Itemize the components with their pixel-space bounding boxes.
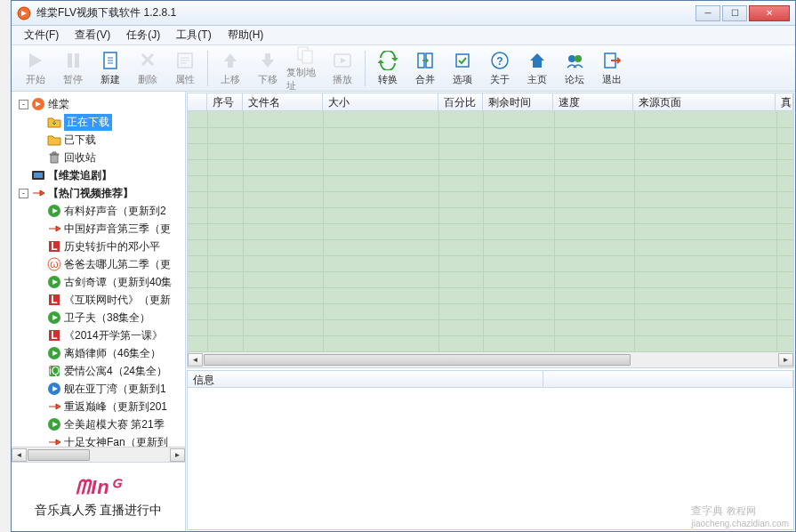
playmedia-icon [332, 50, 353, 71]
svg-text:L: L [51, 240, 57, 253]
tree-label: 十足女神Fan（更新到 [64, 435, 168, 447]
toolbar-playmedia-button: 播放 [324, 47, 361, 90]
column-header[interactable]: 来源页面 [633, 93, 776, 110]
tree-label: 《2014开学第一课》 [64, 328, 163, 343]
toolbar-label: 开始 [26, 73, 45, 86]
toolbar-label: 关于 [490, 73, 510, 86]
body-area: -维棠正在下载已下载回收站【维棠追剧】-【热门视频推荐】有料好声音（更新到2中国… [12, 92, 795, 531]
download-list: 序号文件名大小百分比剩余时间速度来源页面真 ◄ ► [187, 93, 794, 368]
toolbar-convert-button[interactable]: 转换 [369, 47, 406, 90]
tree-label: 【热门视频推荐】 [48, 186, 133, 201]
tree-item[interactable]: iQ爱情公寓4（24集全） [12, 362, 185, 380]
toolbar-label: 复制地址 [286, 66, 324, 93]
tree-label: 爱情公寓4（24集全） [64, 364, 167, 379]
grid-header[interactable]: 序号文件名大小百分比剩余时间速度来源页面真 [188, 93, 793, 111]
tree-label: 回收站 [64, 150, 96, 165]
tree-view[interactable]: -维棠正在下载已下载回收站【维棠追剧】-【热门视频推荐】有料好声音（更新到2中国… [12, 92, 185, 447]
toolbar-about-button[interactable]: ?关于 [481, 47, 519, 90]
column-header[interactable]: 文件名 [243, 93, 323, 110]
menubar: 文件(F)查看(V)任务(J)工具(T)帮助(H) [12, 26, 795, 45]
tree-item[interactable]: 卫子夫（38集全） [12, 309, 185, 326]
toolbar-forum-button[interactable]: 论坛 [556, 47, 593, 90]
tree-item[interactable]: 有料好声音（更新到2 [12, 202, 185, 220]
column-header[interactable]: 百分比 [438, 93, 483, 110]
tree-item[interactable]: 【维棠追剧】 [12, 166, 185, 184]
tree-item[interactable]: L历史转折中的邓小平 [12, 238, 185, 255]
minimize-button[interactable]: ─ [695, 5, 720, 21]
column-header[interactable]: 速度 [553, 93, 633, 110]
ad-text: 音乐真人秀 直播进行中 [35, 503, 163, 519]
column-header[interactable]: 剩余时间 [483, 93, 554, 110]
tree-toggle[interactable]: - [19, 100, 28, 109]
toolbar-new-button[interactable]: 新建 [92, 47, 129, 90]
iqiyi-icon: iQ [47, 364, 61, 378]
ad-panel[interactable]: ᗰInᴳ 音乐真人秀 直播进行中 [12, 462, 185, 531]
svg-text:ω: ω [50, 258, 58, 270]
tree-item[interactable]: 回收站 [12, 149, 185, 166]
tree-label: 中国好声音第三季（更 [64, 222, 171, 237]
home-icon [527, 50, 548, 71]
tree-item[interactable]: 中国好声音第三季（更 [12, 220, 185, 238]
titlebar[interactable]: 维棠FLV视频下载软件 1.2.8.1 ─ ☐ ✕ [12, 1, 795, 26]
tree-item[interactable]: 已下载 [12, 131, 185, 149]
scroll-track[interactable] [203, 353, 778, 367]
tree-label: 卫子夫（38集全） [64, 310, 150, 326]
toolbar-merge-button[interactable]: 合并 [406, 47, 444, 90]
tree-item[interactable]: ω爸爸去哪儿第二季（更 [12, 255, 185, 273]
column-header[interactable]: 序号 [207, 93, 243, 110]
tree-item[interactable]: 正在下载 [12, 113, 185, 131]
toolbar-home-button[interactable]: 主页 [519, 47, 556, 90]
tree-item[interactable]: -维棠 [12, 95, 185, 113]
menu-item[interactable]: 工具(T) [169, 26, 218, 44]
tree-label: 爸爸去哪儿第二季（更 [64, 257, 171, 272]
tree-toggle[interactable]: - [19, 189, 28, 198]
scroll-left-button[interactable]: ◄ [12, 448, 27, 462]
tree-hscrollbar[interactable]: ◄ ► [12, 447, 185, 462]
new-icon [100, 50, 121, 71]
red-l-icon: L [47, 239, 61, 254]
info-header-spacer [543, 371, 793, 387]
tree-item[interactable]: 十足女神Fan（更新到 [12, 433, 185, 447]
toolbar-options-button[interactable]: 选项 [444, 47, 481, 90]
scroll-track[interactable] [27, 448, 170, 462]
props-icon [174, 50, 196, 71]
column-header[interactable]: 大小 [323, 93, 438, 110]
scroll-right-button[interactable]: ► [170, 448, 185, 462]
arrow-icon [31, 186, 45, 200]
tree-item[interactable]: 重返巅峰（更新到201 [12, 398, 185, 415]
scroll-thumb[interactable] [28, 449, 90, 461]
toolbar-label: 属性 [175, 73, 195, 86]
toolbar-exit-button[interactable]: 退出 [593, 47, 631, 90]
tree-item[interactable]: 全美超模大赛 第21季 [12, 415, 185, 433]
scroll-thumb[interactable] [204, 354, 631, 366]
app-window: 维棠FLV视频下载软件 1.2.8.1 ─ ☐ ✕ 文件(F)查看(V)任务(J… [11, 0, 796, 532]
tree-item[interactable]: L《2014开学第一课》 [12, 326, 185, 344]
grid-body[interactable] [188, 111, 793, 352]
tree-item[interactable]: 离婚律师（46集全） [12, 344, 185, 362]
scroll-right-button[interactable]: ► [778, 353, 793, 367]
close-button[interactable]: ✕ [749, 5, 790, 21]
toolbar-props-button: 属性 [166, 47, 204, 90]
tree-item[interactable]: 古剑奇谭（更新到40集 [12, 273, 185, 291]
tree-label: 全美超模大赛 第21季 [64, 417, 165, 432]
options-icon [452, 50, 473, 71]
toolbar: 开始暂停新建删除属性上移下移复制地址播放转换合并选项?关于主页论坛退出 [12, 45, 795, 92]
menu-item[interactable]: 帮助(H) [221, 26, 271, 44]
toolbar-label: 主页 [527, 73, 547, 86]
tree-item[interactable]: 舰在亚丁湾（更新到1 [12, 380, 185, 398]
menu-item[interactable]: 文件(F) [17, 26, 66, 44]
toolbar-play-button: 开始 [17, 47, 54, 90]
column-header[interactable]: 真 [776, 93, 793, 110]
folder-icon [47, 133, 61, 147]
scroll-left-button[interactable]: ◄ [188, 353, 203, 367]
tree-label: 维棠 [48, 97, 69, 112]
menu-item[interactable]: 任务(J) [119, 26, 167, 44]
maximize-button[interactable]: ☐ [722, 5, 747, 21]
tree-item[interactable]: -【热门视频推荐】 [12, 184, 185, 202]
menu-item[interactable]: 查看(V) [68, 26, 117, 44]
sidebar: -维棠正在下载已下载回收站【维棠追剧】-【热门视频推荐】有料好声音（更新到2中国… [12, 92, 186, 531]
arrow-icon [47, 222, 61, 236]
grid-hscrollbar[interactable]: ◄ ► [188, 352, 793, 367]
tree-item[interactable]: L《互联网时代》（更新 [12, 291, 185, 309]
column-header[interactable] [188, 93, 207, 110]
